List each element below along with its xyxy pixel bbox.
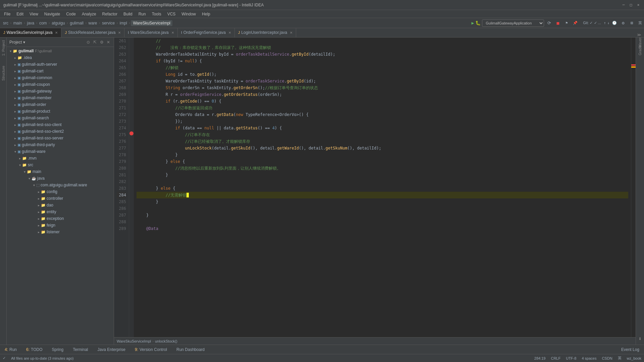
nav-main[interactable]: main (12, 20, 23, 26)
event-log-tool-item[interactable]: Event Log (619, 347, 641, 353)
tab-orderfeignservice[interactable]: I OrderFeignService.java ✕ (178, 28, 235, 37)
tab-close-wareskulserviceimpl[interactable]: ✕ (55, 31, 58, 35)
collapse-all-icon[interactable]: ⇱ (92, 40, 98, 45)
nav-impl[interactable]: impl (119, 20, 128, 26)
run-dashboard-tool-item[interactable]: Run Dashboard (174, 347, 207, 353)
tree-main[interactable]: ▾ 📁 main (7, 168, 114, 175)
menu-analyze[interactable]: Analyze (79, 11, 99, 17)
menu-window[interactable]: Window (179, 11, 199, 17)
tree-feign[interactable]: ▸ 📁 feign (7, 222, 114, 229)
tree-product[interactable]: ▸ ▣ gulimall-product (7, 108, 114, 115)
tree-mvn[interactable]: ▸ 📁 .mvn (7, 155, 114, 162)
nav-ware[interactable]: ware (88, 20, 98, 26)
nav-classname[interactable]: WareSkuServiceImpl (131, 20, 172, 26)
tree-common[interactable]: ▸ ▣ gulimall-common (7, 74, 114, 81)
menu-edit[interactable]: Edit (14, 11, 26, 17)
minimize-button[interactable]: ─ (621, 3, 626, 7)
tab-close-loginuser[interactable]: ✕ (290, 31, 292, 35)
scroll-down-icon[interactable]: ⬇ (638, 336, 642, 342)
tree-controller[interactable]: ▸ 📁 controller (7, 195, 114, 202)
tree-idea[interactable]: ▸ 📁 .idea (7, 54, 114, 61)
run-tool-item[interactable]: 4: Run (3, 347, 19, 353)
git-push[interactable]: ↑ (604, 21, 606, 25)
tree-java[interactable]: ▾ ☕ java (7, 175, 114, 182)
tree-sso-client2[interactable]: ▸ ▣ gulimall-test-sso-client2 (7, 128, 114, 135)
menu-build[interactable]: Build (121, 11, 135, 17)
nav-src[interactable]: src (2, 20, 9, 26)
maven-panel-btn[interactable]: Maven (637, 39, 643, 46)
menu-run[interactable]: Run (136, 11, 149, 17)
nav-gulimall[interactable]: gulimall (69, 20, 85, 26)
menu-help[interactable]: Help (199, 11, 213, 17)
java-enterprise-tool-item[interactable]: Java Enterprise (96, 347, 127, 353)
nav-service[interactable]: service (101, 20, 116, 26)
layout-button[interactable]: ⊞ (628, 19, 636, 27)
project-panel-label[interactable]: 1: Project (1, 40, 5, 56)
version-control-tool-item[interactable]: 9: Version Control (133, 347, 169, 353)
tree-package[interactable]: ▾ ⬚ com.atguigu.gulimall.ware (7, 182, 114, 188)
tree-config[interactable]: ▸ 📁 config (7, 188, 114, 195)
breadcrumb-method[interactable]: unlockStock() (155, 339, 177, 343)
tree-entity[interactable]: ▸ 📁 entity (7, 208, 114, 215)
stop-button[interactable]: ■ (554, 19, 561, 27)
tree-third-party[interactable]: ▸ ▣ gulimall-third-party (7, 141, 114, 148)
menu-vcs[interactable]: VCS (165, 11, 178, 17)
gradle-panel-btn[interactable]: Gradle (637, 47, 643, 54)
line-ending[interactable]: CRLF (551, 356, 560, 360)
run-config-dropdown[interactable]: GulimallGatewayApplication (482, 19, 544, 27)
tree-listener[interactable]: ▸ 📁 listener (7, 229, 114, 235)
tree-root-gulimall[interactable]: ▾ 📁 gulimall F:\gulimall (7, 48, 114, 54)
menu-code[interactable]: Code (63, 11, 78, 17)
menu-navigate[interactable]: Navigate (42, 11, 63, 17)
tree-coupon[interactable]: ▸ ▣ gulimall-coupon (7, 81, 114, 88)
tree-search[interactable]: ▸ ▣ gulimall-search (7, 115, 114, 121)
more-tabs[interactable]: ≫ (634, 33, 644, 37)
reload-button[interactable]: ⟳ (545, 19, 553, 27)
indentation[interactable]: 4 spaces (582, 356, 596, 360)
tab-wareskuservice[interactable]: I WareSkuService.java ✕ (124, 28, 177, 37)
settings-icon[interactable]: ⚙ (620, 19, 627, 27)
tab-close-stockrelease[interactable]: ✕ (118, 31, 121, 35)
tree-ware[interactable]: ▾ ▣ gulimall-ware (7, 148, 114, 155)
tree-dao[interactable]: ▸ 📁 dao (7, 202, 114, 208)
tab-loginuserinterceptor[interactable]: J LoginUserInterceptor.java ✕ (235, 28, 296, 37)
coverage-button[interactable]: ⚑ (563, 19, 570, 27)
tree-src[interactable]: ▾ 📁 src (7, 162, 114, 168)
tree-sso-server[interactable]: ▸ ▣ gulimall-test-sso-server (7, 135, 114, 141)
menu-file[interactable]: File (1, 11, 13, 17)
structure-panel-label[interactable]: Structure (1, 66, 5, 81)
tree-exception[interactable]: ▸ 📁 exception (7, 215, 114, 222)
encoding[interactable]: UTF-8 (566, 356, 576, 360)
spring-tool-item[interactable]: Spring (50, 347, 66, 353)
nav-atguigu[interactable]: atguigu (51, 20, 66, 26)
tab-wareskulserviceimpl[interactable]: J WareSkuServiceImpl.java ✕ (0, 28, 61, 37)
run-button[interactable]: ▶ (471, 20, 474, 25)
debug-button[interactable]: 🐛 (475, 20, 481, 25)
git-pull[interactable]: ↓ (607, 21, 609, 25)
close-panel-icon[interactable]: ✕ (106, 40, 111, 45)
tab-close-orderfeign[interactable]: ✕ (228, 31, 231, 35)
history-button[interactable]: 🕐 (611, 19, 618, 27)
tab-close-wareskuservice[interactable]: ✕ (171, 31, 174, 35)
todo-tool-item[interactable]: 6: TODO (24, 347, 44, 353)
close-button[interactable]: ✕ (636, 3, 641, 7)
tree-cart[interactable]: ▸ ▣ gulimall-cart (7, 68, 114, 74)
locate-icon[interactable]: ⊙ (86, 40, 91, 45)
maximize-button[interactable]: □ (629, 3, 633, 7)
code-container[interactable]: 261 262 263 264 265 266 267 268 269 270 … (114, 38, 636, 337)
tree-gateway[interactable]: ▸ ▣ gulimall-gateway (7, 88, 114, 95)
code-line-284[interactable]: //无需解锁 (137, 192, 628, 198)
nav-java[interactable]: java (26, 20, 35, 26)
tree-auth-server[interactable]: ▸ ▣ gulimall-auth-server (7, 61, 114, 68)
menu-tools[interactable]: Tools (149, 11, 164, 17)
nav-com[interactable]: com (38, 20, 48, 26)
tree-sso-client[interactable]: ▸ ▣ gulimall-test-sso-client (7, 121, 114, 128)
tree-order[interactable]: ▸ ▣ gulimall-order (7, 101, 114, 108)
menu-view[interactable]: View (27, 11, 41, 17)
settings-gear-icon[interactable]: ⚙ (99, 40, 104, 45)
breadcrumb-class[interactable]: WareSkuServiceImpl (117, 339, 151, 343)
menu-refactor[interactable]: Refactor (100, 11, 120, 17)
right-scroll-gutter[interactable] (631, 38, 636, 337)
code-content[interactable]: // // 没有：库存锁定失败了，库存回滚了。这种情况无需解锁 WareOrde… (134, 38, 631, 337)
terminal-tool-item[interactable]: Terminal (71, 347, 90, 353)
